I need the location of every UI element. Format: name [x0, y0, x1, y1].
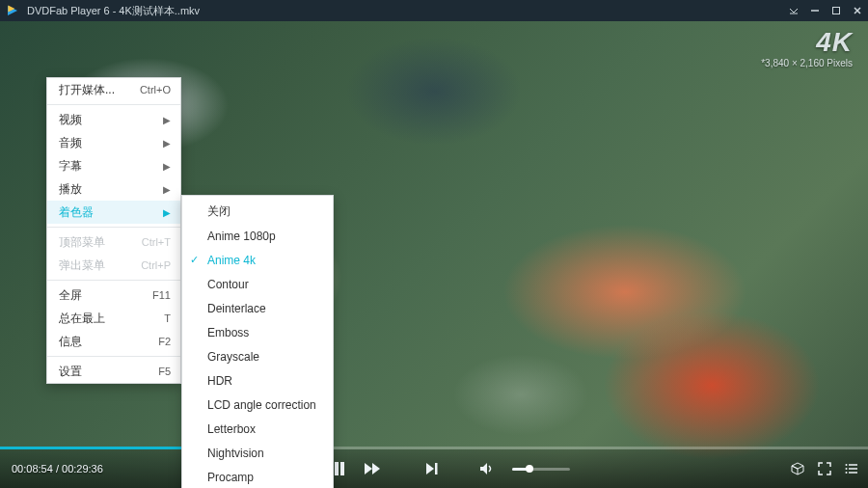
volume-icon[interactable] — [479, 462, 495, 475]
menu-subtitle[interactable]: 字幕 ▶ — [47, 154, 180, 177]
menu-shortcut: F11 — [152, 289, 171, 301]
shader-option-letterbox[interactable]: Letterbox — [182, 417, 333, 441]
shader-option-nightvision[interactable]: Nightvision — [182, 441, 333, 465]
menu-item-label: Procamp — [207, 471, 254, 484]
pause-button[interactable] — [333, 461, 346, 476]
menu-info[interactable]: 信息 F2 — [47, 330, 180, 353]
fullscreen-button[interactable] — [818, 462, 831, 475]
menu-item-label: Anime 1080p — [207, 230, 276, 243]
menu-shortcut: Ctrl+P — [141, 259, 171, 271]
menu-item-label: 关闭 — [207, 203, 231, 220]
submenu-arrow-icon: ▶ — [163, 138, 171, 149]
svg-rect-10 — [340, 462, 344, 475]
shader-option-contour[interactable]: Contour — [182, 272, 333, 296]
maximize-button[interactable] — [831, 6, 841, 15]
menu-item-label: 着色器 — [59, 204, 94, 221]
app-logo-icon — [6, 4, 19, 17]
menu-item-label: 音频 — [59, 135, 82, 151]
menu-separator — [47, 356, 180, 357]
shader-option-emboss[interactable]: Emboss — [182, 320, 333, 344]
menu-shortcut: F2 — [158, 336, 171, 347]
time-display: 00:08:54 / 00:29:36 — [0, 463, 103, 474]
menu-popup-menu: 弹出菜单 Ctrl+P — [47, 254, 180, 277]
resolution-badge: 4K *3,840 × 2,160 Pixels — [761, 27, 853, 68]
menu-fullscreen[interactable]: 全屏 F11 — [47, 284, 180, 307]
submenu-arrow-icon: ▶ — [163, 161, 171, 172]
menu-item-label: Anime 4k — [207, 254, 256, 267]
window-title: DVDFab Player 6 - 4K测试样本..mkv — [27, 4, 200, 18]
close-button[interactable] — [853, 6, 862, 15]
menu-video[interactable]: 视频 ▶ — [47, 108, 180, 131]
shader-option-hdr[interactable]: HDR — [182, 368, 333, 393]
badge-4k-text: 4K — [761, 27, 853, 58]
menu-item-label: 全屏 — [59, 287, 82, 304]
context-menu[interactable]: 打开媒体... Ctrl+O 视频 ▶ 音频 ▶ 字幕 ▶ 播放 ▶ 着色器 ▶… — [46, 77, 181, 384]
time-total: 00:29:36 — [62, 463, 103, 474]
shader-option-anime-4k[interactable]: ✓Anime 4k — [182, 248, 333, 272]
menu-shortcut: Ctrl+O — [140, 84, 171, 95]
menu-item-label: 设置 — [59, 364, 82, 380]
menu-playback[interactable]: 播放 ▶ — [47, 177, 180, 201]
menu-item-label: 打开媒体... — [59, 82, 115, 98]
shader-option-off[interactable]: 关闭 — [182, 200, 333, 224]
check-icon: ✓ — [190, 254, 199, 266]
menu-item-label: 字幕 — [59, 158, 82, 175]
svg-marker-15 — [480, 463, 487, 474]
title-bar[interactable]: DVDFab Player 6 - 4K测试样本..mkv — [0, 0, 868, 21]
menu-audio[interactable]: 音频 ▶ — [47, 131, 180, 154]
svg-point-20 — [846, 468, 848, 470]
menu-item-label: 视频 — [59, 112, 82, 128]
volume-slider[interactable] — [512, 468, 570, 471]
submenu-arrow-icon: ▶ — [163, 184, 171, 195]
shader-option-grayscale[interactable]: Grayscale — [182, 344, 333, 368]
svg-rect-9 — [335, 462, 339, 475]
menu-item-label: Contour — [207, 278, 249, 291]
shader-option-procamp[interactable]: Procamp — [182, 465, 333, 488]
menu-open-media[interactable]: 打开媒体... Ctrl+O — [47, 78, 180, 101]
playback-control-bar: 00:08:54 / 00:29:36 — [0, 449, 868, 488]
minimize-button[interactable] — [810, 6, 820, 15]
menu-separator — [47, 104, 180, 105]
fast-forward-button[interactable] — [364, 462, 381, 475]
svg-marker-13 — [426, 463, 434, 474]
svg-point-21 — [846, 472, 848, 474]
menu-separator — [47, 280, 180, 281]
svg-marker-11 — [365, 463, 372, 474]
menu-item-label: Letterbox — [207, 422, 256, 436]
svg-rect-4 — [833, 8, 840, 14]
menu-always-on-top[interactable]: 总在最上 T — [47, 307, 180, 330]
playlist-button[interactable] — [845, 463, 858, 474]
shader-option-deinterlace[interactable]: Deinterlace — [182, 296, 333, 320]
submenu-arrow-icon: ▶ — [163, 207, 171, 218]
menu-item-label: Emboss — [207, 326, 249, 339]
badge-resolution-text: *3,840 × 2,160 Pixels — [761, 58, 853, 68]
menu-item-label: Deinterlace — [207, 302, 266, 315]
time-current: 00:08:54 — [12, 463, 53, 474]
menu-item-label: HDR — [207, 374, 232, 388]
menu-top-menu: 顶部菜单 Ctrl+T — [47, 230, 180, 254]
menu-shader[interactable]: 着色器 ▶ — [47, 201, 180, 224]
menu-item-label: 播放 — [59, 181, 82, 198]
window-dropdown-icon[interactable] — [789, 6, 799, 15]
submenu-arrow-icon: ▶ — [163, 115, 171, 125]
menu-item-label: 弹出菜单 — [59, 258, 105, 274]
menu-settings[interactable]: 设置 F5 — [47, 360, 180, 383]
menu-separator — [47, 227, 180, 228]
app-window: DVDFab Player 6 - 4K测试样本..mkv 4K *3,840 … — [0, 0, 868, 488]
shader-option-lcd-angle[interactable]: LCD angle correction — [182, 393, 333, 417]
menu-item-label: LCD angle correction — [207, 398, 316, 412]
cube-icon[interactable] — [791, 462, 804, 475]
menu-item-label: Grayscale — [207, 350, 259, 364]
volume-thumb[interactable] — [526, 465, 533, 473]
menu-item-label: 总在最上 — [59, 311, 105, 327]
menu-item-label: 顶部菜单 — [59, 234, 105, 251]
next-button[interactable] — [425, 462, 439, 475]
svg-marker-12 — [372, 463, 380, 474]
menu-shortcut: Ctrl+T — [142, 236, 171, 248]
shader-submenu[interactable]: 关闭 Anime 1080p ✓Anime 4k Contour Deinter… — [181, 195, 334, 488]
svg-point-19 — [846, 464, 848, 466]
menu-shortcut: T — [164, 312, 171, 324]
shader-option-anime-1080p[interactable]: Anime 1080p — [182, 224, 333, 248]
svg-rect-14 — [435, 463, 438, 474]
menu-item-label: Nightvision — [207, 447, 264, 460]
